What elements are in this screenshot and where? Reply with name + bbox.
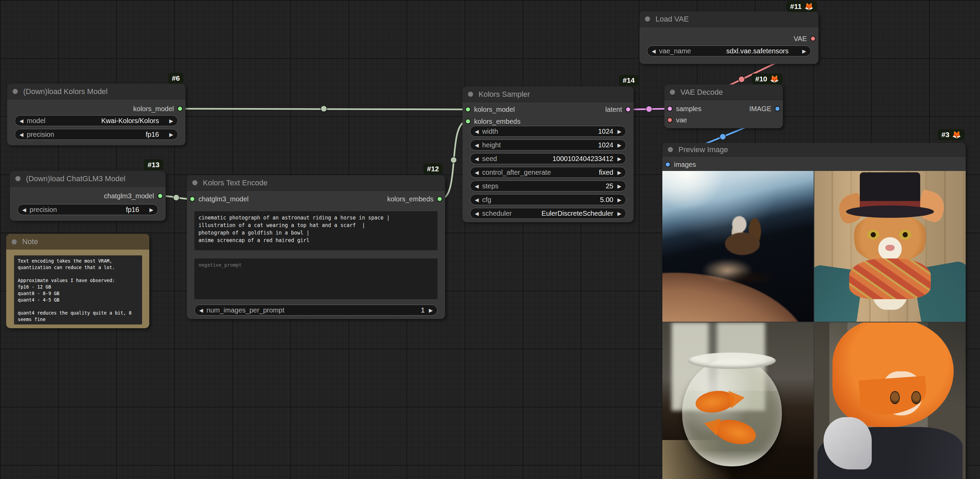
link-dot-chatglm3[interactable] (173, 195, 179, 201)
node-sampler[interactable]: Kolors Sampler kolors_model latent kolor… (463, 86, 634, 222)
arrow-right-icon[interactable]: ▶ (169, 132, 173, 137)
node-text-encode[interactable]: Kolors Text Encode chatglm3_model kolors… (187, 175, 445, 319)
collapse-dot[interactable] (468, 92, 473, 97)
widget-num-images-per-prompt[interactable]: ◀ num_images_per_prompt 1 ▶ (194, 305, 438, 316)
preview-image-cat-top-hat[interactable] (815, 171, 966, 322)
widget-precision[interactable]: ◀ precision fp16 ▶ (18, 204, 158, 215)
link-dot-kolors-embeds[interactable] (450, 157, 457, 163)
arrow-right-icon[interactable]: ▶ (617, 156, 621, 161)
arrow-right-icon[interactable]: ▶ (169, 118, 173, 123)
collapse-dot[interactable] (645, 16, 650, 22)
node-preview-image[interactable]: Preview Image images (662, 143, 966, 479)
cat-scarf (849, 259, 931, 299)
arrow-left-icon[interactable]: ◀ (475, 142, 479, 148)
port-kolors-model-input[interactable] (465, 107, 471, 112)
port-latent-output[interactable] (625, 107, 631, 112)
node-kolors-loader-header[interactable]: (Down)load Kolors Model (7, 84, 186, 99)
widget-width[interactable]: ◀ width 1024 ▶ (470, 126, 626, 137)
arrow-right-icon[interactable]: ▶ (617, 211, 621, 216)
arrow-left-icon[interactable]: ◀ (19, 132, 24, 137)
port-chatglm3-model-input[interactable] (189, 196, 195, 202)
arrow-left-icon[interactable]: ◀ (475, 156, 479, 161)
link-dot-kolors-model[interactable] (321, 105, 327, 112)
collapse-dot[interactable] (192, 180, 197, 185)
cat-head (852, 213, 928, 263)
arrow-left-icon[interactable]: ◀ (475, 211, 479, 216)
note-text[interactable]: Text encoding takes the most VRAM, quant… (14, 255, 142, 324)
port-kolors-embeds-input[interactable] (465, 119, 471, 124)
widget-precision[interactable]: ◀ precision fp16 ▶ (15, 129, 178, 140)
shadow-shape (723, 270, 777, 286)
widget-value: 1024 (598, 141, 614, 149)
collapse-dot[interactable] (15, 176, 21, 181)
port-vae-output[interactable] (810, 36, 816, 42)
node-chatglm3-loader[interactable]: (Down)load ChatGLM3 Model chatglm3_model… (10, 171, 165, 221)
negative-prompt-textarea[interactable]: negative_prompt (194, 259, 438, 299)
collapse-dot[interactable] (670, 89, 675, 95)
preview-image-anime-girl[interactable] (815, 323, 966, 479)
node-note[interactable]: Note Text encoding takes the most VRAM, … (6, 234, 149, 328)
arrow-left-icon[interactable]: ◀ (475, 129, 479, 134)
arrow-left-icon[interactable]: ◀ (475, 197, 479, 203)
widget-scheduler[interactable]: ◀ scheduler EulerDiscreteScheduler ▶ (470, 208, 626, 219)
port-image-output[interactable] (775, 106, 780, 112)
arrow-right-icon[interactable]: ▶ (617, 197, 621, 203)
node-title: (Down)load Kolors Model (23, 87, 108, 96)
port-samples-input[interactable] (667, 106, 673, 112)
widget-label: height (482, 141, 501, 149)
port-images-input[interactable] (665, 162, 671, 167)
widget-model[interactable]: ◀ model Kwai-Kolors/Kolors ▶ (15, 115, 178, 126)
port-vae-input[interactable] (667, 117, 673, 123)
badge-load-vae: #11🦊 (786, 1, 817, 12)
arrow-right-icon[interactable]: ▶ (617, 129, 621, 134)
collapse-dot[interactable] (12, 240, 17, 244)
output-vae: VAE (794, 34, 816, 43)
widget-label: seed (482, 155, 497, 163)
widget-height[interactable]: ◀ height 1024 ▶ (470, 139, 626, 150)
arrow-left-icon[interactable]: ◀ (22, 207, 26, 212)
node-chatglm3-loader-header[interactable]: (Down)load ChatGLM3 Model (10, 171, 165, 187)
widget-value: Kwai-Kolors/Kolors (102, 117, 159, 125)
link-dot-vae[interactable] (738, 76, 745, 82)
node-preview-image-header[interactable]: Preview Image (662, 143, 966, 156)
output-label: IMAGE (749, 105, 771, 113)
arrow-left-icon[interactable]: ◀ (652, 49, 656, 54)
node-load-vae[interactable]: Load VAE VAE ◀ vae_name sdxl.vae.safeten… (640, 11, 818, 64)
node-kolors-loader[interactable]: (Down)load Kolors Model kolors_model ◀ m… (7, 84, 186, 145)
link-dot-latent[interactable] (646, 106, 652, 112)
collapse-dot[interactable] (13, 89, 18, 94)
node-sampler-header[interactable]: Kolors Sampler (463, 86, 634, 102)
widget-label: cfg (482, 196, 492, 204)
arrow-left-icon[interactable]: ◀ (475, 184, 479, 189)
collapse-dot[interactable] (668, 147, 673, 152)
input-samples: samples (667, 104, 701, 113)
node-vae-decode[interactable]: VAE Decode samples IMAGE vae (664, 85, 783, 128)
node-load-vae-header[interactable]: Load VAE (640, 11, 818, 27)
port-kolors-embeds-output[interactable] (437, 196, 442, 202)
node-note-header[interactable]: Note (6, 234, 149, 249)
node-canvas[interactable]: #11🦊 #6 #13 #12 #14 #10🦊 #3🦊 Load VAE VA… (0, 0, 980, 479)
prompt-textarea[interactable]: cinematic photograph of an astronaut rid… (194, 211, 438, 250)
arrow-right-icon[interactable]: ▶ (617, 184, 621, 189)
arrow-right-icon[interactable]: ▶ (802, 49, 806, 54)
preview-image-astronaut-horse[interactable] (662, 171, 814, 322)
arrow-right-icon[interactable]: ▶ (617, 170, 621, 175)
arrow-right-icon[interactable]: ▶ (429, 308, 433, 313)
link-dot-image[interactable] (720, 134, 726, 140)
arrow-right-icon[interactable]: ▶ (617, 142, 621, 148)
node-text-encode-header[interactable]: Kolors Text Encode (187, 175, 445, 191)
arrow-left-icon[interactable]: ◀ (19, 118, 24, 123)
port-kolors-model-output[interactable] (177, 106, 183, 112)
widget-vae-name[interactable]: ◀ vae_name sdxl.vae.safetensors ▶ (647, 45, 811, 56)
widget-steps[interactable]: ◀ steps 25 ▶ (470, 180, 626, 192)
preview-image-goldfish-bowl[interactable] (662, 323, 814, 479)
widget-control-after-generate[interactable]: ◀ control_after_generate fixed ▶ (470, 167, 626, 178)
arrow-left-icon[interactable]: ◀ (475, 170, 479, 175)
arrow-right-icon[interactable]: ▶ (149, 207, 153, 212)
arrow-left-icon[interactable]: ◀ (199, 308, 203, 313)
port-chatglm3-model-output[interactable] (158, 193, 163, 199)
badge-sampler: #14 (619, 75, 638, 86)
widget-seed[interactable]: ◀ seed 1000102404233412 ▶ (470, 153, 626, 164)
node-vae-decode-header[interactable]: VAE Decode (664, 85, 783, 100)
widget-cfg[interactable]: ◀ cfg 5.00 ▶ (470, 194, 626, 205)
